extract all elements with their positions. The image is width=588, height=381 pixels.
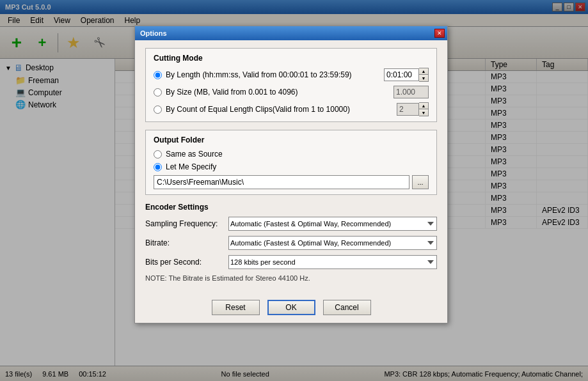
dialog-footer: Reset OK Cancel xyxy=(135,295,447,323)
bps-label: Bits per Second: xyxy=(145,258,228,267)
let-me-specify-radio[interactable] xyxy=(154,163,162,171)
let-me-specify-label[interactable]: Let Me Specify xyxy=(166,162,216,171)
cutting-mode-size-label[interactable]: By Size (MB, Valid from 0.001 to 4096) xyxy=(166,88,390,97)
ok-button[interactable]: OK xyxy=(267,300,315,315)
dialog-title-bar: Options ✕ xyxy=(135,26,447,40)
count-value-input-wrap: ▲ ▼ xyxy=(397,102,429,116)
output-folder-title: Output Folder xyxy=(154,136,429,144)
cutting-mode-title: Cutting Mode xyxy=(154,54,429,63)
count-spin-buttons: ▲ ▼ xyxy=(419,102,429,116)
sampling-row: Sampling Frequency: Automatic (Fastest &… xyxy=(145,217,437,231)
count-value-input[interactable] xyxy=(397,103,419,116)
count-spin-down[interactable]: ▼ xyxy=(419,109,428,116)
cutting-mode-count-row: By Count of Equal Length Clips(Valid fro… xyxy=(154,102,429,116)
cutting-mode-length-label[interactable]: By Length (hh:mm:ss, Valid from 00:00:01… xyxy=(166,70,380,79)
same-as-source-row: Same as Source xyxy=(154,150,429,159)
length-spin-buttons: ▲ ▼ xyxy=(419,68,429,82)
length-spin-down[interactable]: ▼ xyxy=(419,75,428,81)
same-as-source-radio[interactable] xyxy=(154,150,162,159)
encoder-note: NOTE: The Bitrate is Estimated for Stere… xyxy=(145,274,437,282)
cutting-mode-length-row: By Length (hh:mm:ss, Valid from 00:00:01… xyxy=(154,68,429,82)
size-value-input[interactable] xyxy=(393,86,429,98)
bitrate-select[interactable]: Automatic (Fastest & Optimal Way, Recomm… xyxy=(228,236,437,250)
length-spin-up[interactable]: ▲ xyxy=(419,68,428,75)
options-dialog: Options ✕ Cutting Mode By Length (hh:mm:… xyxy=(134,26,448,323)
app-window: MP3 Cut 5.0.0 _ □ ✕ File Edit View Opera… xyxy=(0,0,588,366)
cutting-mode-section: Cutting Mode By Length (hh:mm:ss, Valid … xyxy=(145,48,437,122)
dialog-body: Cutting Mode By Length (hh:mm:ss, Valid … xyxy=(135,40,447,295)
let-me-specify-row: Let Me Specify xyxy=(154,162,429,171)
sampling-label: Sampling Frequency: xyxy=(145,219,228,228)
count-spin-up[interactable]: ▲ xyxy=(419,103,428,109)
bps-row: Bits per Second: 128 kbits per second 16… xyxy=(145,255,437,269)
sampling-select[interactable]: Automatic (Fastest & Optimal Way, Recomm… xyxy=(228,217,437,231)
cutting-mode-size-row: By Size (MB, Valid from 0.001 to 4096) xyxy=(154,86,429,98)
length-value-input[interactable] xyxy=(384,68,419,81)
bps-select[interactable]: 128 kbits per second 160 kbits per secon… xyxy=(228,255,437,269)
folder-path-input[interactable] xyxy=(154,175,409,189)
bitrate-row: Bitrate: Automatic (Fastest & Optimal Wa… xyxy=(145,236,437,250)
cutting-mode-size-radio[interactable] xyxy=(154,88,162,97)
cutting-mode-count-label[interactable]: By Count of Equal Length Clips(Valid fro… xyxy=(166,105,393,114)
cancel-button[interactable]: Cancel xyxy=(323,300,371,315)
dialog-title: Options xyxy=(140,29,167,37)
output-folder-section: Output Folder Same as Source Let Me Spec… xyxy=(145,130,437,195)
reset-button[interactable]: Reset xyxy=(212,300,260,315)
folder-path-row: ... xyxy=(154,175,429,189)
browse-button[interactable]: ... xyxy=(412,175,429,189)
cutting-mode-length-radio[interactable] xyxy=(154,71,162,79)
bitrate-label: Bitrate: xyxy=(145,238,228,247)
modal-overlay: Options ✕ Cutting Mode By Length (hh:mm:… xyxy=(0,0,588,381)
encoder-title: Encoder Settings xyxy=(145,203,437,212)
dialog-close-button[interactable]: ✕ xyxy=(434,29,445,38)
length-value-input-wrap: ▲ ▼ xyxy=(384,68,429,82)
encoder-section: Encoder Settings Sampling Frequency: Aut… xyxy=(145,203,437,282)
same-as-source-label[interactable]: Same as Source xyxy=(166,150,223,159)
cutting-mode-count-radio[interactable] xyxy=(154,105,162,114)
